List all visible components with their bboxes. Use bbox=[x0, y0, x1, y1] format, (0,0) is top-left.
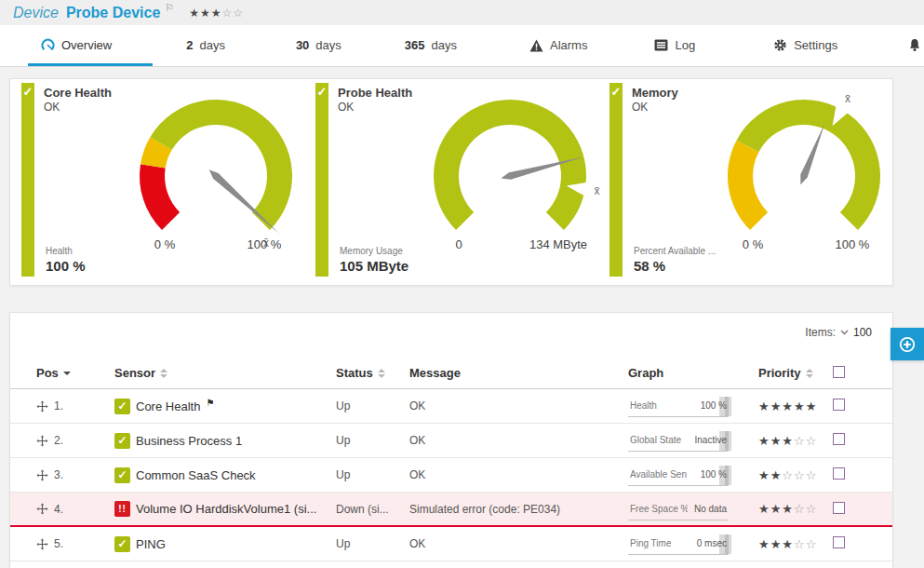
row-checkbox[interactable] bbox=[833, 399, 845, 411]
tab-overview[interactable]: Overview bbox=[28, 38, 153, 66]
svg-text:100 %: 100 % bbox=[836, 237, 870, 251]
gauge-value: 100 % bbox=[46, 258, 86, 274]
column-header-priority[interactable]: Priority bbox=[758, 366, 833, 380]
tab-log[interactable]: Log bbox=[645, 38, 704, 66]
gauge-title: Core Health bbox=[44, 86, 112, 100]
sensor-link[interactable]: !!Volume IO HarddiskVolume1 (si... bbox=[114, 501, 336, 517]
star-filled-icon: ★ bbox=[758, 399, 770, 413]
tab-30-days[interactable]: 30 days bbox=[287, 38, 351, 66]
sensor-status: Up bbox=[336, 468, 409, 481]
star-filled-icon: ★ bbox=[806, 399, 818, 413]
star-filled-icon: ★ bbox=[770, 502, 783, 516]
sensor-link[interactable]: ✓Business Process 1 bbox=[114, 433, 336, 449]
gauge-title: Memory bbox=[632, 86, 678, 100]
tab-label: 365 bbox=[405, 38, 425, 52]
row-checkbox[interactable] bbox=[833, 536, 845, 548]
table-row[interactable]: 4.!!Volume IO HarddiskVolume1 (si...Down… bbox=[10, 493, 892, 527]
row-checkbox[interactable] bbox=[833, 433, 845, 445]
sensor-ok-icon: ✓ bbox=[114, 433, 130, 449]
device-type-label: Device bbox=[13, 5, 59, 21]
sensor-link[interactable]: ✓PING bbox=[114, 536, 336, 552]
star-empty-icon: ☆ bbox=[794, 502, 806, 516]
title-bar: Device Probe Device ⚐ ★★★☆☆ bbox=[0, 0, 924, 25]
mini-graph[interactable]: Global StateInactive bbox=[628, 429, 729, 452]
table-row[interactable]: 2.✓Business Process 1UpOKGlobal StateIna… bbox=[10, 424, 892, 458]
priority-stars[interactable]: ★★★☆☆ bbox=[758, 502, 833, 516]
tab-label: days bbox=[315, 38, 341, 52]
core-health-gauge: x̄0 %100 % bbox=[100, 90, 332, 254]
row-checkbox[interactable] bbox=[833, 467, 845, 480]
table-row[interactable]: 5.✓PINGUpOKPing Time0 msec★★★☆☆ bbox=[10, 527, 892, 561]
add-sensor-button[interactable] bbox=[891, 328, 924, 360]
sensor-link[interactable]: ✓Common SaaS Check bbox=[114, 467, 336, 483]
gauge-channel: Health bbox=[46, 246, 86, 256]
column-header-sensor[interactable]: Sensor bbox=[114, 366, 336, 380]
star-filled-icon: ★ bbox=[758, 434, 770, 448]
row-position: 5. bbox=[54, 537, 63, 550]
column-header-graph[interactable]: Graph bbox=[628, 366, 758, 380]
gauge-card-core-health[interactable]: ✓ Core Health OK x̄0 %100 % Health 100 % bbox=[10, 79, 304, 285]
star-filled-icon: ★ bbox=[770, 434, 783, 448]
column-header-pos[interactable]: Pos bbox=[36, 366, 114, 380]
sensor-link[interactable]: ✓Core Health⚑ bbox=[114, 399, 336, 414]
tab-label: Overview bbox=[61, 38, 112, 52]
move-handle-icon[interactable] bbox=[36, 469, 48, 481]
gauge-card-probe-health[interactable]: ✓ Probe Health OK x̄0134 MByte Memory Us… bbox=[304, 79, 598, 285]
gauge-channel: Memory Usage bbox=[340, 246, 408, 256]
tab-settings[interactable]: Settings bbox=[764, 38, 847, 66]
mini-graph-label: Ping Time bbox=[630, 538, 671, 548]
move-handle-icon[interactable] bbox=[36, 400, 48, 412]
star-empty-icon: ☆ bbox=[806, 468, 818, 482]
select-all-checkbox[interactable] bbox=[833, 366, 845, 378]
star-filled-icon: ★ bbox=[794, 399, 806, 413]
flag-outline-icon[interactable]: ⚐ bbox=[165, 2, 174, 14]
page-title[interactable]: Probe Device bbox=[66, 5, 160, 21]
priority-stars[interactable]: ★★★★★ bbox=[758, 399, 833, 413]
flag-icon: ⚑ bbox=[206, 399, 214, 408]
tab-365-days[interactable]: 365 days bbox=[395, 38, 466, 66]
tab-alarms[interactable]: Alarms bbox=[520, 38, 596, 66]
move-handle-icon[interactable] bbox=[36, 503, 48, 515]
move-handle-icon[interactable] bbox=[36, 435, 48, 447]
svg-text:100 %: 100 % bbox=[248, 237, 282, 251]
mini-graph-label: Available Sen bbox=[630, 469, 687, 480]
sensor-message: OK bbox=[409, 468, 628, 481]
items-label: Items: bbox=[805, 326, 836, 339]
move-handle-icon[interactable] bbox=[36, 538, 48, 550]
table-row[interactable]: 3.✓Common SaaS CheckUpOKAvailable Sen100… bbox=[10, 458, 892, 493]
circle-plus-icon bbox=[898, 335, 917, 354]
mini-graph[interactable]: Health100 % bbox=[628, 395, 729, 417]
mini-graph-value: 100 % bbox=[701, 400, 727, 411]
tab-notifications[interactable]: Notifications bbox=[899, 38, 924, 66]
star-empty-icon: ☆ bbox=[806, 434, 818, 448]
tab-2-days[interactable]: 2 days bbox=[177, 38, 234, 66]
gauge-card-memory[interactable]: ✓ Memory OK x̄0 %100 % Percent Available… bbox=[598, 79, 892, 285]
svg-text:0: 0 bbox=[455, 237, 462, 251]
star-filled-icon: ★ bbox=[782, 502, 794, 516]
mini-graph[interactable]: Free Space %No data bbox=[628, 498, 729, 521]
column-header-status[interactable]: Status bbox=[336, 366, 409, 380]
priority-stars[interactable]: ★★★☆☆ bbox=[758, 537, 833, 551]
star-filled-icon: ★ bbox=[782, 434, 794, 448]
status-bar: ✓ bbox=[315, 83, 328, 277]
column-header-message[interactable]: Message bbox=[409, 366, 628, 380]
tab-label: Settings bbox=[794, 38, 837, 52]
mini-graph[interactable]: Ping Time0 msec bbox=[628, 533, 729, 555]
table-row[interactable]: 1.✓Core Health⚑UpOKHealth100 %★★★★★ bbox=[10, 389, 892, 424]
tab-bar: Overview 2 days 30 days 365 days Alarms … bbox=[0, 25, 924, 67]
sensor-ok-icon: ✓ bbox=[114, 536, 130, 552]
star-empty-icon: ☆ bbox=[782, 468, 794, 482]
mini-graph-value: 100 % bbox=[701, 469, 727, 480]
priority-stars[interactable]: ★★☆☆☆ bbox=[758, 468, 833, 482]
device-rating-stars[interactable]: ★★★☆☆ bbox=[189, 7, 244, 20]
check-icon: ✓ bbox=[23, 85, 33, 99]
priority-stars[interactable]: ★★★☆☆ bbox=[758, 434, 833, 448]
items-per-page-control[interactable]: Items: 100 bbox=[805, 326, 872, 339]
sensor-ok-icon: ✓ bbox=[114, 467, 130, 483]
mini-graph[interactable]: Available Sen100 % bbox=[628, 464, 729, 486]
star-empty-icon: ☆ bbox=[794, 537, 806, 551]
row-checkbox[interactable] bbox=[833, 502, 845, 514]
items-count: 100 bbox=[853, 326, 872, 339]
mini-graph-value: Inactive bbox=[695, 435, 727, 445]
row-position: 2. bbox=[54, 434, 63, 447]
